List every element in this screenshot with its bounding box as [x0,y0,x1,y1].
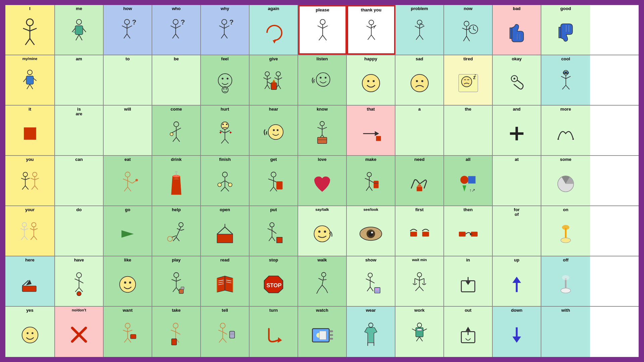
cell-will[interactable]: will [104,106,152,155]
cell-then[interactable]: then [444,206,493,256]
cell-for-of[interactable]: forof [493,206,541,256]
cell-again[interactable]: again [250,5,298,55]
cell-your[interactable]: your [5,206,55,256]
cell-me[interactable]: me [55,5,104,55]
label-have: have [74,258,84,262]
cell-show[interactable]: show [347,256,395,306]
svg-point-101 [411,74,428,92]
cell-can[interactable]: can [55,156,104,205]
cell-now[interactable]: now [444,5,493,55]
cell-watch[interactable]: watch [298,307,347,357]
cell-walk[interactable]: walk [298,256,347,306]
svg-point-103 [421,80,423,82]
cell-help[interactable]: help [152,206,201,256]
cell-tell[interactable]: tell [201,307,250,357]
cell-sad[interactable]: sad [395,55,444,105]
cell-have[interactable]: have [55,256,104,306]
cell-on[interactable]: on [541,206,590,256]
svg-point-138 [273,129,275,131]
cell-some[interactable]: some [541,156,590,205]
svg-marker-362 [513,337,521,343]
cell-listen[interactable]: listen [298,55,347,105]
cell-bad[interactable]: bad [493,5,541,55]
cell-wait-min[interactable]: wait min [395,256,444,306]
cell-be[interactable]: be [152,55,201,105]
cell-hurt[interactable]: hurt ✦ ✦ [201,106,250,155]
svg-point-97 [325,77,327,79]
cell-yes[interactable]: yes [5,307,55,357]
cell-wear[interactable]: wear [347,307,395,357]
cell-put[interactable]: put [250,206,298,256]
cell-at[interactable]: at [493,156,541,205]
cell-am[interactable]: am [55,55,104,105]
cell-a[interactable]: a [395,106,444,155]
cell-it[interactable]: it [5,106,55,155]
cell-finish[interactable]: finish [201,156,250,205]
cell-off[interactable]: off [541,256,590,306]
cell-cool[interactable]: cool [541,55,590,105]
cell-like[interactable]: like [104,256,152,306]
cell-go[interactable]: go [104,206,152,256]
cell-drink[interactable]: drink [152,156,201,205]
cell-come[interactable]: come [152,106,201,155]
cell-here[interactable]: here [5,256,55,306]
cell-play[interactable]: play [152,256,201,306]
cell-say-talk[interactable]: say/talk [298,206,347,256]
cell-do[interactable]: do [55,206,104,256]
cell-with[interactable]: with [541,307,590,357]
cell-out[interactable]: out [444,307,493,357]
cell-need[interactable]: need [395,156,444,205]
label-how: how [123,6,132,11]
cell-take[interactable]: take [152,307,201,357]
label-down: down [511,308,523,313]
cell-who[interactable]: who ? [152,5,201,55]
cell-open[interactable]: open [201,206,250,256]
cell-problem[interactable]: problem [395,5,444,55]
cell-happy[interactable]: happy [347,55,395,105]
cell-why[interactable]: why ? [201,5,250,55]
label-cool: cool [561,57,570,61]
cell-no-dont[interactable]: no/don't [55,307,104,357]
svg-point-80 [265,71,269,76]
cell-that[interactable]: that [347,106,395,155]
cell-know[interactable]: know [298,106,347,155]
cell-down[interactable]: down [493,307,541,357]
cell-in[interactable]: in [444,256,493,306]
cell-up[interactable]: up [493,256,541,306]
cell-give[interactable]: give [250,55,298,105]
svg-line-24 [172,34,175,38]
cell-okay[interactable]: okay [493,55,541,105]
cell-please[interactable]: please [298,5,347,55]
cell-tired[interactable]: tired z z [444,55,493,105]
cell-read[interactable]: read [201,256,250,306]
label-with: with [561,308,570,313]
cell-get[interactable]: get [250,156,298,205]
cell-work[interactable]: work [395,307,444,357]
svg-line-169 [128,181,132,183]
cell-stop[interactable]: stop STOP [250,256,298,306]
cell-more[interactable]: more [541,106,590,155]
cell-the[interactable]: the [444,106,493,155]
cell-love[interactable]: love [298,156,347,205]
cell-see-look[interactable]: see/look [347,206,395,256]
cell-you[interactable]: you [5,156,55,205]
cell-all[interactable]: all ↑↗ [444,156,493,205]
svg-line-333 [218,330,222,332]
cell-make[interactable]: make [347,156,395,205]
cell-first[interactable]: first [395,206,444,256]
cell-I[interactable]: I [5,5,55,55]
cell-eat[interactable]: eat [104,156,152,205]
svg-line-268 [176,279,181,281]
cell-my-mine[interactable]: my/mine [5,55,55,105]
cell-want[interactable]: want [104,307,152,357]
cell-to[interactable]: to [104,55,152,105]
cell-turn[interactable]: turn [250,307,298,357]
cell-and[interactable]: and [493,106,541,155]
svg-point-191 [367,172,371,177]
cell-thank-you[interactable]: thank you [347,5,395,55]
cell-hear[interactable]: hear [250,106,298,155]
cell-good[interactable]: good [541,5,590,55]
cell-is-are[interactable]: isare [55,106,104,155]
cell-feel[interactable]: feel [201,55,250,105]
cell-how[interactable]: how ? [104,5,152,55]
